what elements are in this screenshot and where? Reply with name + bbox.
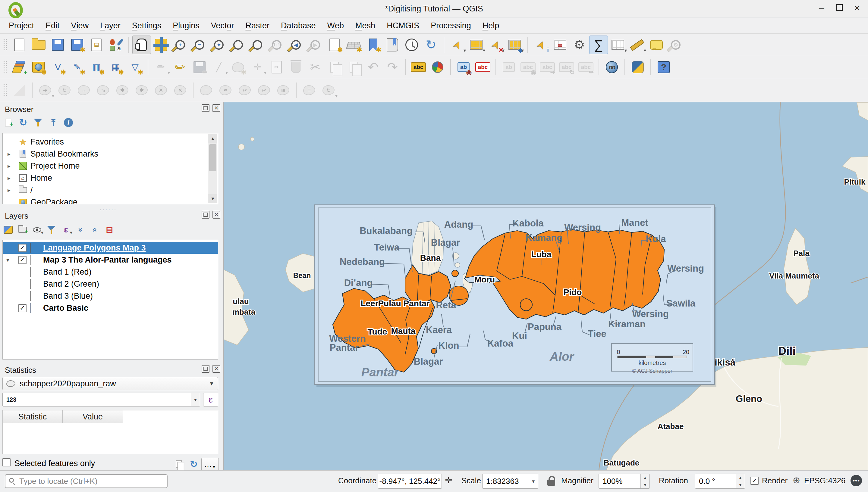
browser-item-favorites[interactable]: ★Favorites xyxy=(3,136,218,148)
layer-item-map-3-the-alor-pantar-languages[interactable]: ▾✓Map 3 The Alor-Pantar languages xyxy=(3,254,218,266)
expander-icon[interactable]: ▾ xyxy=(6,256,9,264)
crs-button[interactable]: EPSG:4326 xyxy=(804,476,845,485)
new-spatialite-layer-button[interactable]: ✎✱ xyxy=(68,58,87,76)
add-selected-layers-icon[interactable]: + xyxy=(2,116,15,129)
new-shapefile-layer-button[interactable]: V✱ xyxy=(49,58,67,76)
select-by-location-button[interactable]: ◆▾ xyxy=(506,35,524,54)
options-button[interactable]: ⚙ xyxy=(570,35,589,54)
map-canvas[interactable]: BeanPituikPalaVila MaumetaLikisáDiliGlen… xyxy=(224,102,868,470)
magnifier-spinner[interactable]: 100% ▲▼ xyxy=(599,474,650,489)
select-features-button[interactable]: ➤▾ xyxy=(448,35,466,54)
filter-browser-icon[interactable] xyxy=(32,116,45,129)
messages-button[interactable]: ••• xyxy=(850,475,862,486)
browser-item-project-home[interactable]: ▸Project Home xyxy=(3,160,218,172)
refresh-browser-icon[interactable]: ↻ xyxy=(17,116,29,129)
menu-view[interactable]: View xyxy=(65,18,95,33)
labeling-rule-based-button[interactable]: abc xyxy=(473,58,492,76)
copy-statistics-icon[interactable] xyxy=(172,458,185,470)
refresh-map-button[interactable]: ↻ xyxy=(422,35,440,54)
menu-layer[interactable]: Layer xyxy=(94,18,126,33)
browser-item--[interactable]: ▸/ xyxy=(3,184,218,196)
measure-line-button[interactable]: ▾ xyxy=(628,35,647,54)
recalculate-statistics-icon[interactable]: ↻ xyxy=(187,458,200,470)
new-mesh-layer-button[interactable]: ▽✱ xyxy=(126,58,144,76)
browser-item-home[interactable]: ▸⌂Home xyxy=(3,172,218,184)
data-source-manager-button[interactable]: + xyxy=(10,58,29,76)
collapse-all-icon[interactable]: ⤒ xyxy=(47,116,60,129)
maximize-button[interactable] xyxy=(836,4,843,11)
expander-icon[interactable]: ▸ xyxy=(7,163,10,170)
show-spatial-bookmarks-button[interactable] xyxy=(383,35,402,54)
pan-map-button[interactable] xyxy=(132,35,151,54)
open-attribute-table-button[interactable]: ▾ xyxy=(609,35,627,54)
map-tips-button[interactable] xyxy=(647,35,666,54)
menu-web[interactable]: Web xyxy=(322,18,350,33)
layer-item-band-1-red-[interactable]: Band 1 (Red) xyxy=(3,266,218,278)
pan-to-selection-button[interactable] xyxy=(151,35,170,54)
minimize-button[interactable]: – xyxy=(816,2,827,14)
toolbar-grip[interactable] xyxy=(3,60,7,74)
temporal-controller-button[interactable] xyxy=(402,35,421,54)
deselect-features-button[interactable]: ➤✕▾ xyxy=(486,35,505,54)
new-virtual-layer-button[interactable]: ▦✱ xyxy=(107,58,125,76)
browser-item-spatial-bookmarks[interactable]: ▸Spatial Bookmarks xyxy=(3,148,218,160)
new-temporary-scratch-layer-button[interactable]: ▥✱ xyxy=(87,58,106,76)
chevron-down-icon[interactable]: ▼ xyxy=(191,393,200,406)
rotation-spinner[interactable]: 0.0 ° ▲▼ xyxy=(695,474,745,489)
identify-features-button[interactable]: ➤i xyxy=(531,35,550,54)
lock-scale-icon[interactable] xyxy=(547,479,555,486)
save-project-button[interactable] xyxy=(49,35,67,54)
new-spatial-bookmark-button[interactable]: ✱ xyxy=(364,35,382,54)
zoom-in-button[interactable]: + xyxy=(171,35,190,54)
coordinate-extents-icon[interactable]: ✛ xyxy=(445,475,452,485)
open-project-button[interactable] xyxy=(29,35,48,54)
layer-item-language-polygons-map-3[interactable]: ✓Language Polygons Map 3 xyxy=(3,242,218,254)
statistics-field-combo[interactable]: 123 ▼ xyxy=(2,393,200,407)
menu-plugins[interactable]: Plugins xyxy=(167,18,205,33)
menu-processing[interactable]: Processing xyxy=(425,18,477,33)
toolbar-grip[interactable] xyxy=(3,84,7,97)
zoom-to-selection-button[interactable] xyxy=(248,35,267,54)
layout-manager-button[interactable]: ▤ xyxy=(87,35,106,54)
statistics-expression-button[interactable]: ε xyxy=(203,393,218,407)
expand-all-icon[interactable]: » xyxy=(74,223,87,236)
layer-checkbox[interactable]: ✓ xyxy=(18,256,26,264)
help-contents-button[interactable]: ? xyxy=(654,58,673,76)
filter-by-expression-icon[interactable]: ε▾ xyxy=(60,223,72,236)
menu-settings[interactable]: Settings xyxy=(126,18,167,33)
value-column-header[interactable]: Value xyxy=(63,410,123,423)
manage-map-themes-icon[interactable]: ▾ xyxy=(31,223,43,236)
open-layer-styling-icon[interactable] xyxy=(2,223,15,236)
layer-diagram-button[interactable] xyxy=(428,58,447,76)
layers-float-button[interactable] xyxy=(202,211,209,219)
locator-input[interactable]: Type to locate (Ctrl+K) xyxy=(5,474,168,488)
zoom-to-layer-button[interactable] xyxy=(229,35,248,54)
statistics-options-button[interactable]: …▼ xyxy=(201,458,219,471)
labeling-single-button[interactable]: ab◉ xyxy=(454,58,473,76)
statistics-layer-combo[interactable]: schapper2020papuan_raw ▼ xyxy=(2,377,218,390)
statistics-float-button[interactable] xyxy=(202,365,209,373)
layers-close-button[interactable]: ✕ xyxy=(212,211,220,219)
new-geopackage-layer-button[interactable]: ✱ xyxy=(29,58,48,76)
coordinate-value[interactable]: -8.947°, 125.442° xyxy=(378,474,442,489)
scale-combo[interactable]: 1:832363 ▼ xyxy=(482,474,538,489)
add-group-icon[interactable]: + xyxy=(16,223,29,236)
expander-icon[interactable]: ▸ xyxy=(7,151,10,157)
menu-help[interactable]: Help xyxy=(477,18,505,33)
expander-icon[interactable]: ▸ xyxy=(7,175,10,181)
menu-raster[interactable]: Raster xyxy=(240,18,275,33)
toolbar-grip[interactable] xyxy=(3,38,7,51)
collapse-all-icon[interactable]: « xyxy=(89,223,101,236)
layer-item-carto-basic[interactable]: ✓Carto Basic xyxy=(3,302,218,314)
layer-item-band-3-blue-[interactable]: Band 3 (Blue) xyxy=(3,290,218,302)
statistical-summary-button[interactable]: ∑ xyxy=(589,35,608,54)
close-button[interactable]: × xyxy=(852,2,863,14)
properties-icon[interactable]: i xyxy=(62,116,75,129)
open-field-calculator-button[interactable]: ▦ xyxy=(550,35,569,54)
selected-features-only-checkbox[interactable] xyxy=(2,458,10,466)
menu-edit[interactable]: Edit xyxy=(40,18,65,33)
zoom-last-button[interactable]: ◀ xyxy=(287,35,305,54)
new-3d-map-view-button[interactable]: ✱ xyxy=(345,35,363,54)
browser-close-button[interactable]: ✕ xyxy=(212,104,220,112)
menu-hcmgis[interactable]: HCMGIS xyxy=(381,18,425,33)
